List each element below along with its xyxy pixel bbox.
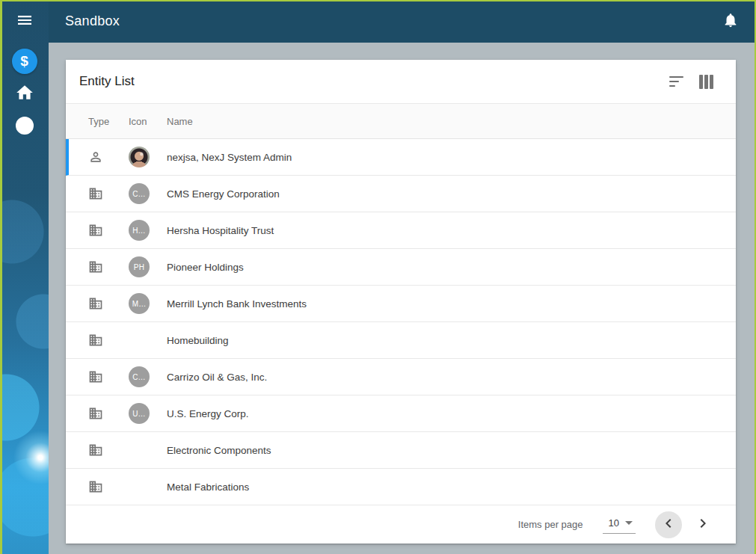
sidebar-item-home[interactable] (11, 81, 38, 108)
company-type-icon (88, 369, 129, 384)
sidebar-item-account[interactable] (11, 114, 38, 141)
page-title: Entity List (79, 74, 135, 89)
table-body: nexjsa, NexJ System AdminC…CMS Energy Co… (66, 139, 736, 505)
items-per-page-value: 10 (609, 517, 619, 529)
company-type-icon (88, 333, 129, 348)
main-content: Entity List Type Icon Name nexjsa, NexJ … (49, 43, 756, 554)
company-type-icon (88, 479, 129, 494)
company-type-icon (88, 296, 129, 311)
dollar-icon: $ (12, 49, 37, 74)
table-row[interactable]: PHPioneer Holdings (66, 249, 736, 286)
entity-name: Homebuilding (167, 335, 229, 346)
entity-name: Carrizo Oil & Gas, Inc. (167, 372, 267, 383)
icon-cell: C… (129, 183, 167, 204)
notifications-button[interactable] (716, 7, 746, 37)
menu-button[interactable] (0, 0, 49, 43)
icon-cell (129, 147, 167, 167)
app-bar: Sandbox (49, 0, 756, 43)
items-per-page-label: Items per page (518, 519, 583, 530)
entity-name: CMS Energy Corporation (167, 188, 280, 200)
columns-icon (699, 75, 713, 89)
notifications-icon (722, 12, 739, 31)
chevron-right-icon (694, 514, 712, 535)
table-row[interactable]: H…Hersha Hospitality Trust (66, 212, 736, 249)
avatar-initials: PH (129, 256, 150, 277)
entity-name: Metal Fabrications (167, 481, 249, 493)
columns-button[interactable] (691, 67, 721, 96)
avatar-initials: C… (129, 366, 150, 387)
home-icon (15, 83, 34, 105)
card-header: Entity List (66, 60, 736, 103)
company-type-icon (88, 443, 129, 458)
entity-name: Hersha Hospitality Trust (167, 225, 274, 236)
company-type-icon (88, 259, 129, 274)
chevron-left-icon (660, 514, 677, 535)
avatar-initials: C… (129, 183, 150, 204)
account-circle-icon (15, 116, 34, 138)
icon-cell: M… (129, 293, 167, 314)
table-row[interactable]: nexjsa, NexJ System Admin (66, 139, 736, 176)
table-row[interactable]: U…U.S. Energy Corp. (66, 396, 736, 432)
entity-name: nexjsa, NexJ System Admin (167, 152, 292, 163)
table-row[interactable]: C…Carrizo Oil & Gas, Inc. (66, 359, 736, 396)
sidebar: $ (0, 0, 49, 554)
next-page-button[interactable] (689, 511, 716, 538)
table-header: Type Icon Name (66, 103, 736, 139)
sidebar-item-finance[interactable]: $ (11, 48, 38, 75)
entity-name: U.S. Energy Corp. (167, 408, 249, 419)
avatar-initials: U… (129, 403, 150, 424)
column-header-type: Type (88, 116, 129, 127)
company-type-icon (88, 406, 129, 421)
table-row[interactable]: M…Merrill Lynch Bank Investments (66, 286, 736, 322)
items-per-page-select[interactable]: 10 (603, 516, 636, 534)
avatar-initials: M… (129, 293, 150, 314)
app-title: Sandbox (49, 13, 120, 29)
icon-cell (129, 440, 167, 461)
sort-button[interactable] (661, 67, 691, 96)
column-header-name: Name (167, 116, 193, 127)
table-row[interactable]: Homebuilding (66, 322, 736, 359)
icon-cell: H… (129, 220, 167, 241)
previous-page-button[interactable] (655, 511, 682, 538)
menu-icon (16, 11, 34, 32)
icon-cell (129, 330, 167, 351)
avatar-photo (129, 147, 150, 167)
avatar-initials: H… (129, 220, 150, 241)
entity-list-card: Entity List Type Icon Name nexjsa, NexJ … (66, 60, 736, 544)
company-type-icon (88, 223, 129, 238)
paginator: Items per page 10 (66, 505, 736, 544)
sort-icon (669, 76, 683, 87)
entity-name: Pioneer Holdings (167, 262, 244, 273)
table-row[interactable]: Electronic Components (66, 432, 736, 469)
column-header-icon: Icon (129, 116, 167, 127)
entity-name: Electronic Components (167, 445, 271, 456)
chevron-down-icon (625, 521, 633, 525)
icon-cell (129, 476, 167, 497)
table-row[interactable]: C…CMS Energy Corporation (66, 176, 736, 212)
icon-cell: PH (129, 256, 167, 277)
icon-cell: U… (129, 403, 167, 424)
table-row[interactable]: Metal Fabrications (66, 469, 736, 505)
icon-cell: C… (129, 366, 167, 387)
company-type-icon (88, 186, 129, 201)
person-type-icon (88, 150, 129, 164)
entity-name: Merrill Lynch Bank Investments (167, 298, 307, 310)
